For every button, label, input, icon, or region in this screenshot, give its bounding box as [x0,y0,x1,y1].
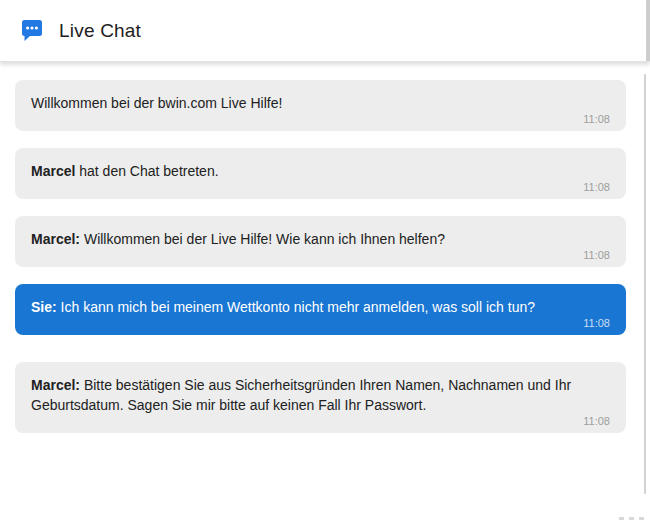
message-timestamp: 11:08 [31,113,610,125]
message-timestamp: 11:08 [31,249,610,261]
message-text: Ich kann mich bei meinem Wettkonto nicht… [57,299,535,315]
message-line: Marcel hat den Chat betreten. [31,161,610,181]
chat-bubble-icon [20,18,44,44]
message-timestamp: 11:08 [31,415,610,427]
chat-message-list[interactable]: Willkommen bei der bwin.com Live Hilfe! … [0,62,650,520]
message-sender: Marcel: [31,377,80,393]
page-title: Live Chat [59,20,141,42]
message-text: hat den Chat betreten. [75,163,218,179]
message-text: Willkommen bei der bwin.com Live Hilfe! [31,95,282,111]
message-sender: Marcel [31,163,75,179]
message-sender: Sie: [31,299,57,315]
chat-message: Marcel hat den Chat betreten. 11:08 [15,148,626,199]
message-line: Sie: Ich kann mich bei meinem Wettkonto … [31,297,610,317]
message-sender: Marcel: [31,231,80,247]
chat-header: Live Chat [0,0,650,62]
message-line: Willkommen bei der bwin.com Live Hilfe! [31,93,610,113]
message-line: Marcel: Bitte bestätigen Sie aus Sicherh… [31,375,610,415]
chat-message: Sie: Ich kann mich bei meinem Wettkonto … [15,284,626,335]
cutoff-ellipsis-dots [619,517,644,520]
window-scrollbar[interactable] [646,0,650,61]
chat-scrollbar[interactable] [644,74,646,494]
chat-message: Marcel: Bitte bestätigen Sie aus Sicherh… [15,362,626,433]
message-timestamp: 11:08 [31,317,610,329]
chat-message: Willkommen bei der bwin.com Live Hilfe! … [15,80,626,131]
message-line: Marcel: Willkommen bei der Live Hilfe! W… [31,229,610,249]
live-chat-window: Live Chat Willkommen bei der bwin.com Li… [0,0,650,521]
message-text: Willkommen bei der Live Hilfe! Wie kann … [80,231,445,247]
message-text: Bitte bestätigen Sie aus Sicherheitsgrün… [31,377,571,413]
chat-message: Marcel: Willkommen bei der Live Hilfe! W… [15,216,626,267]
message-timestamp: 11:08 [31,181,610,193]
